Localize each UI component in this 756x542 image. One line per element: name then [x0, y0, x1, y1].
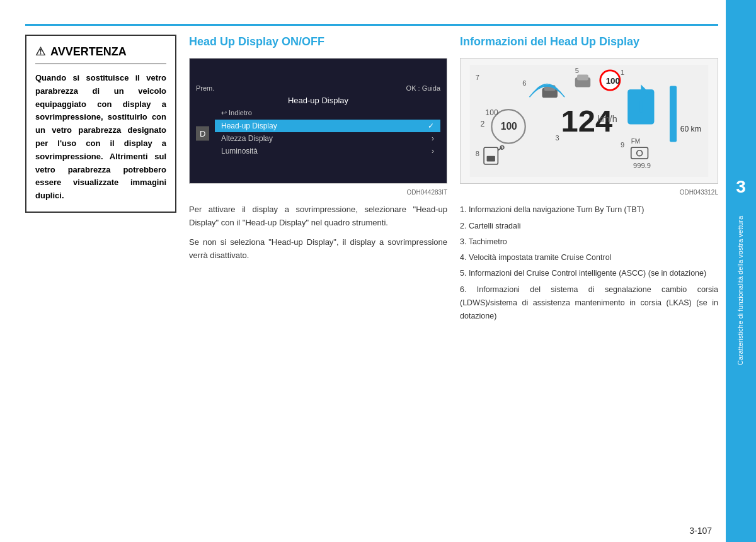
- screen-item-luminosita-arrow: ›: [432, 147, 434, 155]
- list-item-3: 3. Tachimetro: [460, 235, 718, 249]
- sidebar-chapter-text: Caratteristiche di funzionalità della vo…: [736, 216, 745, 365]
- warning-icon: ⚠: [35, 45, 45, 59]
- svg-text:km/h: km/h: [597, 115, 617, 125]
- list-item-1: 1. Informazioni della navigazione Turn B…: [460, 203, 718, 217]
- screen-caption: ODH044283IT: [189, 189, 447, 196]
- svg-text:2: 2: [481, 120, 485, 128]
- list-item-2: 2. Cartelli stradali: [460, 220, 718, 233]
- screen-item-hud-label: Head-up Display: [221, 121, 277, 130]
- svg-text:100: 100: [606, 76, 620, 86]
- svg-text:100: 100: [501, 121, 517, 132]
- screen-item-altezza-arrow: ›: [432, 134, 434, 143]
- svg-text:100: 100: [485, 108, 498, 117]
- list-item-5: 5. Informazioni del Cruise Control intel…: [460, 267, 718, 280]
- hud-illustration: 124 km/h 100 2 100: [460, 58, 718, 184]
- screen-top-bar: Prem. OK : Guida: [196, 84, 440, 92]
- d-label: D: [196, 126, 209, 140]
- screen-item-luminosita: Luminosità ›: [215, 145, 440, 157]
- top-line: [25, 24, 718, 26]
- screen-items: Head-up Display ✓ Altezza Display › Lumi…: [215, 120, 440, 157]
- warning-title: ⚠ AVVERTENZA: [35, 45, 166, 64]
- screen-item-luminosita-label: Luminosità: [221, 147, 258, 155]
- svg-text:8: 8: [476, 150, 479, 157]
- body-para1: Per attivare il display a sovrimpression…: [189, 203, 447, 230]
- right-column: Informazioni del Head Up Display 124 km/…: [460, 35, 718, 523]
- screen-prem: Prem.: [196, 84, 214, 92]
- screen-ok: OK : Guida: [406, 84, 440, 92]
- svg-rect-25: [487, 156, 495, 162]
- sidebar-tab: 3 Caratteristiche di funzionalità della …: [726, 0, 756, 542]
- svg-text:FM: FM: [631, 138, 640, 145]
- screen-back: ↩ Indietro: [215, 109, 440, 117]
- screen-item-hud-check: ✓: [428, 121, 434, 130]
- svg-text:5: 5: [575, 67, 579, 75]
- svg-rect-10: [670, 86, 677, 142]
- svg-text:999.9: 999.9: [633, 162, 651, 169]
- warning-box: ⚠ AVVERTENZA Quando si sostituisce il ve…: [25, 35, 176, 213]
- hud-caption: ODH043312L: [460, 189, 718, 196]
- body-para2: Se non si seleziona "Head-up Display", i…: [189, 236, 447, 263]
- main-content: ⚠ AVVERTENZA Quando si sostituisce il ve…: [25, 35, 718, 523]
- screen-item-altezza: Altezza Display ›: [215, 132, 440, 145]
- svg-text:3: 3: [556, 135, 559, 142]
- svg-text:6: 6: [522, 80, 526, 88]
- svg-text:9: 9: [621, 142, 624, 149]
- svg-text:7: 7: [476, 74, 479, 82]
- list-item-4: 4. Velocità impostata tramite Cruise Con…: [460, 251, 718, 264]
- list-item-6: 6. Informazioni del sistema di segnalazi…: [460, 283, 718, 324]
- page-number: 3-107: [689, 526, 712, 536]
- info-list: 1. Informazioni della navigazione Turn B…: [460, 203, 718, 323]
- warning-label: AVVERTENZA: [50, 45, 127, 59]
- screen-menu-title: Head-up Display: [288, 96, 348, 105]
- svg-rect-12: [577, 75, 588, 81]
- middle-section-title: Head Up Display ON/OFF: [189, 35, 447, 49]
- screen-item-altezza-label: Altezza Display: [221, 134, 273, 143]
- right-section-title: Informazioni del Head Up Display: [460, 35, 718, 49]
- sidebar-chapter-number: 3: [736, 177, 746, 197]
- screen-mockup: Prem. OK : Guida Head-up Display D ↩ Ind…: [189, 58, 447, 184]
- middle-column: Head Up Display ON/OFF Prem. OK : Guida …: [189, 35, 447, 523]
- left-column: ⚠ AVVERTENZA Quando si sostituisce il ve…: [25, 35, 176, 523]
- body-text: Per attivare il display a sovrimpression…: [189, 203, 447, 262]
- warning-text: Quando si sostituisce il vetro parabrezz…: [35, 72, 166, 203]
- screen-item-hud: Head-up Display ✓: [215, 120, 440, 132]
- svg-text:1: 1: [621, 69, 624, 76]
- svg-text:60 km: 60 km: [680, 125, 701, 133]
